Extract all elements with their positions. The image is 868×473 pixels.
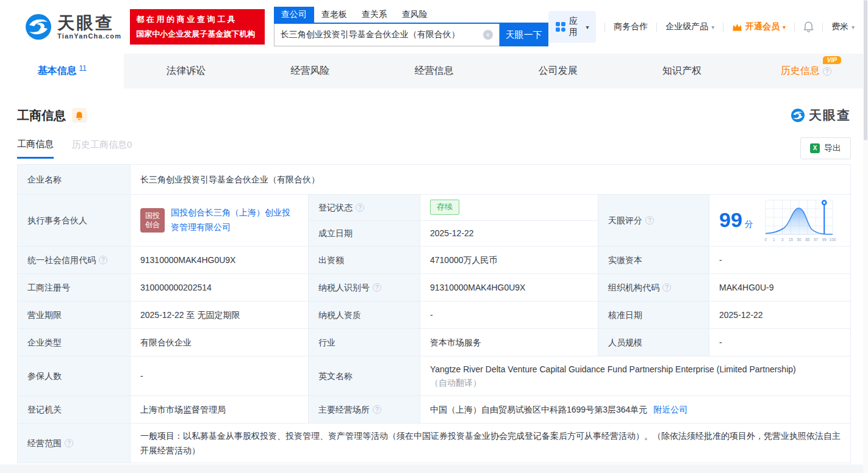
- chevron-down-icon: ▾: [711, 24, 714, 31]
- tab-operating-info[interactable]: 经营信息: [372, 54, 496, 88]
- svg-text:99: 99: [822, 237, 827, 242]
- established-subrow: 成立日期 2025-12-22: [309, 220, 598, 247]
- tab-legal-litigation[interactable]: 法律诉讼: [124, 54, 248, 88]
- watermark-logo-icon: [791, 108, 805, 123]
- clear-search-icon[interactable]: ×: [483, 30, 493, 40]
- orgcode-value: MAK4HG0U-9: [709, 274, 850, 301]
- business-scope-label-text: 经营范围: [27, 436, 62, 450]
- nav-user-menu[interactable]: 费米 ▾: [831, 21, 855, 32]
- tab-history-info[interactable]: VIP 历史信息 ?: [744, 54, 868, 88]
- reg-status-value: 存续: [420, 195, 598, 220]
- partner-avatar[interactable]: 国投 创合: [140, 208, 165, 233]
- help-icon[interactable]: ?: [373, 405, 381, 414]
- taxpayer-qualification-value: -: [420, 301, 598, 328]
- chevron-down-icon: ▾: [783, 24, 786, 31]
- scrollbar[interactable]: [863, 0, 868, 473]
- score-curve-area: [766, 208, 833, 234]
- logo-domain-text: TianYanCha.com: [57, 32, 121, 40]
- nav-enterprise-products[interactable]: 企业级产品 ▾: [665, 21, 714, 32]
- notification-bell-icon[interactable]: [803, 21, 814, 33]
- help-icon[interactable]: ?: [645, 216, 654, 225]
- nav-cooperation[interactable]: 商务合作: [614, 21, 648, 32]
- search-tab-relation[interactable]: 查关系: [354, 7, 395, 23]
- nearby-companies-link[interactable]: 附近公司: [653, 403, 687, 416]
- subtab-history-business-info[interactable]: 历史工商信息0: [72, 139, 132, 157]
- help-icon[interactable]: ?: [823, 67, 831, 76]
- chevron-down-icon: ▾: [852, 24, 855, 31]
- tab-company-development-label: 公司发展: [539, 65, 578, 78]
- address-text: 中国（上海）自由贸易试验区中科路1699号第3层364单元: [430, 403, 647, 416]
- established-value: 2025-12-22: [420, 221, 598, 247]
- nav-open-vip-label: 开通会员: [745, 21, 780, 32]
- table-row-partner-status-score: 执行事务合伙人 国投 创合 国投创合长三角（上海）创业投资管理有限公司 登记状态…: [18, 194, 850, 246]
- help-icon[interactable]: ?: [356, 203, 364, 212]
- nav-apps[interactable]: 应用 ▾: [548, 11, 597, 43]
- english-name-label: 英文名称: [309, 356, 420, 395]
- nav-apps-label: 应用: [569, 16, 583, 38]
- alert-bell-icon: [75, 111, 84, 120]
- capital-label: 出资额: [309, 247, 420, 273]
- tab-legal-litigation-label: 法律诉讼: [167, 65, 206, 78]
- status-date-subgrid: 登记状态 ? 存续 成立日期 2025-12-22: [309, 195, 598, 246]
- subtab-business-info[interactable]: 工商信息: [17, 139, 54, 159]
- search-tab-company[interactable]: 查公司: [274, 7, 314, 23]
- partner-avatar-text1: 国投: [145, 211, 160, 220]
- tianyancha-logo[interactable]: 天眼查 TianYanCha.com: [24, 13, 121, 41]
- search-row: × 天眼一下: [274, 24, 548, 46]
- chevron-down-icon: ▾: [586, 24, 589, 31]
- taxid-value: 91310000MAK4HG0U9X: [420, 274, 598, 301]
- scrollbar-thumb[interactable]: [864, 0, 867, 140]
- taxid-label-text: 纳税人识别号: [318, 281, 370, 294]
- industry-label: 行业: [309, 329, 420, 356]
- nav-open-vip[interactable]: 开通会员 ▾: [732, 21, 786, 32]
- score-value-cell[interactable]: 99 分: [709, 195, 850, 246]
- slogan-line-2: 国家中小企业发展子基金旗下机构: [136, 27, 258, 42]
- tab-operating-risk-label: 经营风险: [290, 65, 329, 78]
- search-button[interactable]: 天眼一下: [500, 24, 548, 46]
- excel-icon: X: [810, 143, 820, 153]
- tab-company-development[interactable]: 公司发展: [496, 54, 620, 88]
- score-label-text: 天眼评分: [608, 214, 642, 227]
- insured-count-label: 参保人数: [18, 356, 131, 395]
- paid-capital-label: 实缴资本: [598, 247, 709, 273]
- tab-intellectual-property-label: 知识产权: [662, 65, 701, 78]
- paid-capital-value: -: [709, 247, 850, 273]
- next-section-strip: [0, 464, 868, 473]
- vip-badge: VIP: [823, 56, 841, 64]
- help-icon[interactable]: ?: [662, 283, 671, 292]
- registration-authority-label: 登记机关: [18, 396, 131, 423]
- tab-operating-risk[interactable]: 经营风险: [248, 54, 372, 88]
- staff-size-label: 人员规模: [598, 329, 709, 356]
- search-tab-boss[interactable]: 查老板: [314, 7, 354, 23]
- subscribe-bell-chip[interactable]: [72, 108, 87, 123]
- help-icon[interactable]: ?: [373, 283, 381, 292]
- svg-text:100: 100: [829, 237, 836, 242]
- company-name-label: 企业名称: [18, 165, 131, 194]
- table-row-type-industry: 企业类型 有限合伙企业 行业 资本市场服务 人员规模 -: [18, 328, 850, 356]
- table-row-business-scope: 经营范围 ? 一般项目：以私募基金从事股权投资、投资管理、资产管理等活动（须在中…: [18, 423, 850, 463]
- search-area: 查公司 查老板 查关系 查风险 × 天眼一下: [274, 8, 548, 46]
- search-input[interactable]: [274, 24, 499, 46]
- english-name-value: Yangtze River Delta Venture Capital Guid…: [420, 356, 850, 395]
- table-row-uscc-capital: 统一社会信用代码 ? 91310000MAK4HG0U9X 出资额 471000…: [18, 246, 850, 273]
- nav-username: 费米: [831, 21, 848, 32]
- table-row-regno-taxid: 工商注册号 310000000202514 纳税人识别号 ? 91310000M…: [18, 273, 850, 301]
- reg-status-label-text: 登记状态: [318, 201, 353, 214]
- uscc-value: 91310000MAK4HG0U9X: [131, 247, 309, 273]
- partner-company-link[interactable]: 国投创合长三角（上海）创业投资管理有限公司: [171, 206, 298, 235]
- search-tab-risk[interactable]: 查风险: [395, 7, 435, 23]
- export-button[interactable]: X 导出: [800, 137, 851, 159]
- orgcode-label-text: 组织机构代码: [608, 281, 659, 294]
- reg-status-subrow: 登记状态 ? 存续: [309, 195, 598, 220]
- tab-intellectual-property[interactable]: 知识产权: [620, 54, 744, 88]
- tab-basic-info-count: 11: [79, 64, 86, 73]
- address-label: 主要经营场所 ?: [309, 396, 420, 423]
- nav-divider: [604, 23, 605, 32]
- tab-operating-info-label: 经营信息: [414, 65, 453, 78]
- company-name-value: 长三角创业投资引导基金合伙企业（有限合伙）: [131, 165, 850, 194]
- help-icon[interactable]: ?: [65, 439, 73, 447]
- brand-slogan: 都 在 用 的 商 业 查 询 工 具 国家中小企业发展子基金旗下机构: [130, 9, 264, 45]
- tab-basic-info[interactable]: 基本信息 11: [0, 54, 124, 88]
- help-icon[interactable]: ?: [99, 256, 107, 264]
- svg-text:97: 97: [814, 237, 819, 242]
